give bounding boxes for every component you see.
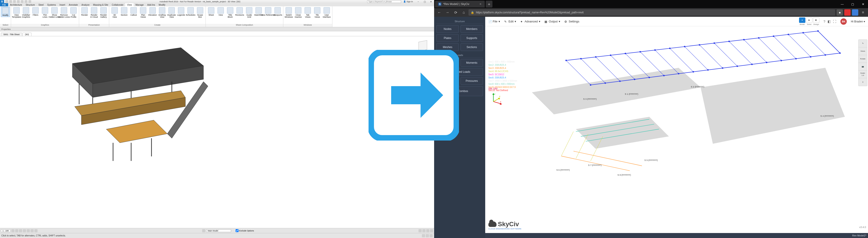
library-button[interactable]: ≡ [860,9,866,16]
browser-tab-skyciv[interactable]: S *Rev Model2 | SkyCiv ✕ [435,1,485,7]
ribbon-button[interactable]: Legends [177,7,186,16]
revit-signin[interactable]: 👤 Sign In [401,0,415,3]
tab-collaborate[interactable]: Collaborate [110,3,125,6]
ribbon-button[interactable]: Close Inactive [294,7,303,18]
home-button[interactable]: ⌂ [460,9,467,16]
tool-resize[interactable]: ⇕ [859,78,867,86]
qat-open-icon[interactable] [5,0,8,3]
ribbon-button[interactable]: Guide Grid [245,7,254,18]
ribbon-button[interactable]: Plan Views [138,7,148,18]
ribbon-button[interactable]: View [216,7,225,16]
back-button[interactable]: ← [436,9,443,16]
tab-architecture[interactable]: Architecture [8,3,24,6]
fullscreen-icon[interactable]: ⛶ [833,20,836,23]
ff-maximize-button[interactable]: ▢ [847,0,858,8]
quick-access-toolbar[interactable] [4,0,33,3]
ribbon-button[interactable]: Switch Windows [284,7,293,18]
tool-scale[interactable]: Scale:1.0 [859,71,867,78]
visual-style-icon[interactable] [15,229,18,232]
exclude-options-check[interactable]: Exclude Options [236,229,254,232]
mode-model-button[interactable]: ● [799,18,805,23]
ribbon-button[interactable]: Filters [31,7,40,16]
skyciv-canvas[interactable]: Sec1: 600 x 800 x 900mmSec2: 200UB25.4Se… [485,26,868,233]
notify-icon[interactable]: ◧ [828,20,831,24]
menu-settings[interactable]: ⚙Settings [564,20,579,23]
reveal-icon[interactable] [34,229,37,232]
tab-close-button[interactable]: ✕ [479,2,482,6]
ribbon-button[interactable]: Viewports [273,7,282,16]
shadows-icon[interactable] [23,229,26,232]
close-button[interactable]: ✕ [428,0,434,3]
user-greeting[interactable]: Hi Braden ▾ [851,20,865,23]
ribbon-button[interactable]: Render [80,7,89,16]
drag-icon[interactable] [430,234,433,237]
qat-measure-icon[interactable] [25,0,27,3]
sidebar-btn-supports[interactable]: Supports [461,34,483,42]
tab-insert[interactable]: Insert [58,3,67,6]
tab-structure[interactable]: Structure [24,3,37,6]
ff-close-button[interactable]: ✕ [858,0,868,8]
reload-button[interactable]: ⟳ [452,9,459,16]
sel-count-icon[interactable] [422,234,425,237]
ribbon-button[interactable]: Visibility/ Graphics [22,7,31,18]
tab-analyze[interactable]: Analyze [80,3,91,6]
tab-steel[interactable]: Steel [37,3,45,6]
tab-manage[interactable]: Manage [134,3,145,6]
doc-tab-3d[interactable]: {3D} [23,33,32,36]
selection-icon[interactable] [422,229,426,232]
ribbon-button[interactable]: Duplicate View [167,7,176,18]
help-icon[interactable]: ? [824,20,825,23]
ribbon-button[interactable]: Sheet [207,7,216,16]
exclude-options-checkbox[interactable] [236,229,239,232]
ribbon-button[interactable]: User Interface [322,7,331,18]
ribbon-button[interactable]: View Reference [264,7,273,16]
maximize-button[interactable]: ▢ [422,0,428,3]
tab-modify[interactable]: Modify [157,3,167,6]
tab-systems[interactable]: Systems [45,3,58,6]
url-bar[interactable]: 🔒 https://platform.skyciv.com/structural… [468,9,835,16]
ribbon-button[interactable]: Remove Hidden Lines [59,7,68,18]
minimize-button[interactable]: − [415,0,422,3]
ribbon-button[interactable]: Tab Views [303,7,312,18]
modify-button[interactable]: Modify [1,7,10,17]
mode-solve-button[interactable]: ▶ [806,18,812,23]
file-tab[interactable]: File [0,3,8,6]
tool-views[interactable]: Views [859,47,867,55]
ribbon-button[interactable]: Schedules [186,7,195,16]
qat-sync-icon[interactable] [29,0,31,3]
ribbon-button[interactable]: Drafting View [158,7,167,18]
qat-print-icon[interactable] [21,0,24,3]
ribbon-button[interactable]: Callout [129,7,138,16]
tab-view[interactable]: View [125,3,134,6]
sidebar-btn-moments[interactable]: Moments [461,59,483,67]
sidebar-btn-pressures[interactable]: Pressures [461,77,483,85]
link-icon[interactable] [426,229,429,232]
menu-edit[interactable]: ✎Edit ▾ [504,20,516,23]
filter-icon[interactable] [418,229,422,232]
tab-annotate[interactable]: Annotate [67,3,80,6]
sidebar-btn-nodes[interactable]: Nodes [436,25,459,33]
main-model-selector[interactable]: Main Model [206,229,231,232]
user-avatar[interactable]: BK [840,18,847,25]
pin-icon[interactable] [430,229,433,232]
crop-icon[interactable] [27,229,30,232]
ribbon-button[interactable]: Elevation [148,7,157,16]
ribbon-button[interactable]: Scope Box [195,7,205,18]
doc-tab-title-sheet[interactable]: S001 - Title Sheet [1,33,22,36]
ribbon-button[interactable]: View Templates [12,7,21,18]
ribbon-button[interactable]: Show Hidden Lines [50,7,59,18]
mode-design-button[interactable]: ◧ [813,18,819,23]
menu-file[interactable]: 📄File ▾ [488,20,500,23]
tool-screenshot[interactable]: 📷 [859,63,867,71]
sidebar-btn-sections[interactable]: Sections [461,43,483,51]
sun-path-icon[interactable] [19,229,22,232]
tab-massing-site[interactable]: Massing & Site [91,3,110,6]
ff-minimize-button[interactable]: — [837,0,847,8]
ext-shield-icon[interactable]: ◆ [837,9,843,16]
ribbon-button[interactable]: 3D View [110,7,119,18]
ext-adblock-icon[interactable] [844,9,850,16]
ribbon-button[interactable]: Revisions [235,7,244,16]
hide-icon[interactable] [31,229,34,232]
qat-save-icon[interactable] [9,0,12,3]
ext-saver-icon[interactable] [852,9,858,16]
